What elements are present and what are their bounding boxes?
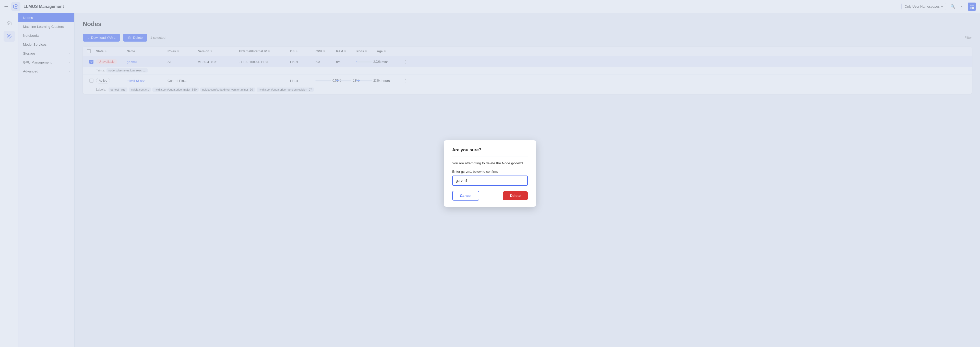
confirm-input[interactable] [452, 176, 528, 186]
dialog-body-prefix: You are attempting to delete the Node [452, 161, 511, 165]
dialog-actions: Cancel Delete [452, 191, 528, 201]
dialog-title: Are you sure? [452, 147, 528, 152]
confirm-delete-button[interactable]: Delete [503, 191, 528, 200]
dialog-node-name: gc-vm1. [511, 161, 524, 165]
dialog-confirm-label: Enter gc-vm1 below to confirm: [452, 170, 528, 173]
confirm-delete-dialog: Are you sure? You are attempting to dele… [444, 140, 536, 207]
cancel-button[interactable]: Cancel [452, 191, 479, 201]
dialog-divider [452, 156, 528, 157]
modal-overlay: Are you sure? You are attempting to dele… [0, 0, 980, 347]
dialog-body: You are attempting to delete the Node gc… [452, 160, 528, 166]
